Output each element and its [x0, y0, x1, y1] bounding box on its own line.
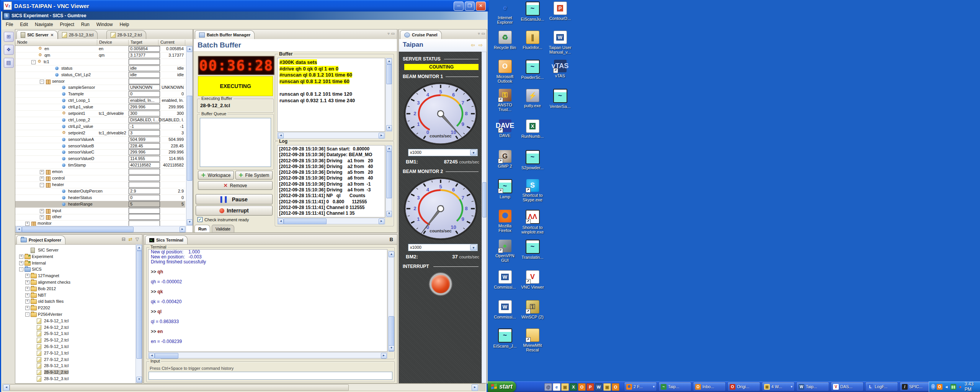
terminal-toolbar-b-button[interactable]: B — [390, 237, 393, 242]
expand-icon[interactable]: + — [25, 222, 29, 226]
tree-row-heaterOutpPercent[interactable]: heaterOutpPercent2.92.9 — [15, 188, 185, 195]
node-target-cell[interactable]: -1 — [129, 124, 160, 129]
remove-button[interactable]: ✕Remove — [198, 181, 273, 190]
buffer-content[interactable]: #300K data sets#drive qh 0 qk 0 ql 1 en … — [277, 58, 385, 132]
chevron-down-icon[interactable]: ▼ — [470, 245, 477, 250]
tree-row-emon[interactable]: +emon — [15, 168, 185, 175]
add-workspace-button[interactable]: ✛Workspace — [198, 171, 234, 180]
check-instrument-row[interactable]: ✓ Check instrument ready — [198, 217, 249, 222]
chevron-down-icon[interactable]: ▼ — [470, 150, 477, 155]
expand-icon[interactable]: + — [25, 274, 29, 278]
menu-edit[interactable]: Edit — [16, 22, 31, 27]
node-target-cell[interactable]: UNKNOWN — [129, 85, 160, 90]
tree-row-setpoint2[interactable]: ⚙setpoint2tc1_driveable233 — [15, 130, 185, 137]
menu-window[interactable]: Window — [93, 22, 116, 27]
tray-volume-icon[interactable]: ◄ — [944, 384, 949, 390]
project-item-Experiment[interactable]: +PExperiment — [16, 253, 131, 260]
tab-sics-terminal[interactable]: >_ Sics Terminal — [145, 235, 188, 244]
tree-row-tc1[interactable]: -⚙tc1 — [15, 59, 185, 65]
tab-project-explorer[interactable]: Project Explorer — [16, 235, 65, 244]
menu-help[interactable]: Help — [116, 22, 132, 27]
menu-file[interactable]: File — [2, 22, 16, 27]
task-button-2-f--0[interactable]: 2 F...▾ — [624, 382, 657, 391]
node-target-cell[interactable]: idle — [129, 72, 160, 78]
desktop-icon-mviewmfit-rescal[interactable]: ↗MviewMfit Rescal — [519, 328, 546, 352]
pause-button[interactable]: ▍▍Pause — [196, 194, 273, 204]
desktop-icon-commissi-[interactable]: Commissi... — [492, 270, 518, 289]
project-item-SICS[interactable]: -SICS — [16, 266, 131, 273]
column-header-target[interactable]: Target — [129, 40, 158, 45]
open-perspective-icon[interactable]: ⊞ — [4, 32, 14, 42]
perspective-sics-icon[interactable]: ❖ — [4, 45, 14, 55]
log-hscrollbar[interactable]: ◄► — [277, 218, 385, 224]
node-target-cell[interactable]: 299.996 — [129, 149, 160, 155]
desktop-icon-taipan-user-manual-v-[interactable]: Taipan User Manual_v... — [547, 31, 573, 54]
project-item-27-9-12-1-tcl[interactable]: 27-9-12_1.tcl — [16, 350, 131, 356]
project-item-24-9-12-1-tcl[interactable]: 24-9-12_1.tcl — [16, 318, 131, 324]
tree-row-ctrlLp2_value[interactable]: ctrlLp2_value-1-1 — [15, 123, 185, 130]
expand-icon[interactable]: + — [19, 255, 23, 259]
tree-row-heater[interactable]: -heater — [15, 181, 185, 188]
desktop-icon-putty-exe[interactable]: ⚡putty.exe — [519, 89, 546, 108]
node-target-cell[interactable]: 3.17377 — [129, 52, 160, 58]
tree-horizontal-scrollbar[interactable]: ◄► — [15, 226, 186, 232]
node-target-cell[interactable] — [129, 59, 160, 65]
tree-row-ctrl_Loop_2[interactable]: ctrl_Loop_2DISABLED, I...DISABLED, I. — [15, 117, 185, 124]
tray-network-icon[interactable]: ▮▮ — [951, 384, 956, 390]
view-buttons[interactable]: ▿▭ — [388, 31, 395, 36]
expand-icon[interactable]: + — [25, 299, 29, 304]
link-editor-icon[interactable]: ⇄ — [129, 237, 132, 242]
expand-icon[interactable]: + — [25, 306, 29, 310]
vnc-horizontal-scrollbar[interactable]: ◄ ► — [2, 384, 485, 391]
project-item-28-9-12-3-tcl[interactable]: 28-9-12_3.tcl — [16, 376, 131, 382]
node-target-cell[interactable]: 0.005854 — [129, 46, 160, 52]
tree-row-qm[interactable]: ⚙qmqm3.173773.17377 — [15, 52, 185, 59]
log-vscrollbar[interactable]: ▲▼ — [385, 145, 392, 217]
desktop-icon-lamp[interactable]: ~↗Lamp — [492, 179, 518, 199]
desktop-icon-dave[interactable]: DAVE↗DAVE — [492, 119, 518, 138]
project-item-12Tmagnet[interactable]: +12Tmagnet — [16, 273, 131, 279]
tree-row-monitor[interactable]: +monitor — [15, 220, 185, 226]
node-target-cell[interactable]: 3 — [129, 130, 160, 136]
command-input[interactable] — [149, 372, 392, 380]
column-header-device[interactable]: Device — [97, 40, 129, 45]
node-target-cell[interactable]: 0 — [129, 91, 160, 97]
task-button-taip--5[interactable]: WTaip... — [796, 382, 829, 391]
expand-icon[interactable]: + — [25, 287, 29, 291]
desktop-icon-runnumb-[interactable]: RunNumb... — [519, 119, 546, 139]
project-item-24-9-12-2-tcl[interactable]: 24-9-12_2.tcl — [16, 324, 131, 331]
task-button-spic--8[interactable]: /SPIC... — [900, 382, 933, 391]
close-button[interactable]: ✕ — [476, 2, 486, 11]
add-filesystem-button[interactable]: ✛File System — [235, 171, 273, 180]
desktop-icon-powdersc-[interactable]: ~PowderSc... — [519, 60, 546, 80]
desktop-icon-gimp-2[interactable]: G↗GIMP 2 — [492, 150, 518, 168]
project-item-P2202[interactable]: +P2202 — [16, 305, 131, 311]
tab-batch-buffer-manager[interactable]: Batch Buffer Manager — [195, 30, 255, 39]
quick-launch-excel[interactable]: X — [570, 383, 577, 391]
hide-icons-chevron[interactable]: ‹ — [931, 384, 935, 390]
vnc-title-bar[interactable]: V2 DAS1-TAIPAN - VNC Viewer ─ ❐ ✕ — [1, 0, 489, 11]
cruise-view-buttons[interactable]: ▿▭ — [478, 31, 485, 36]
node-target-cell[interactable] — [129, 220, 160, 226]
node-target-cell[interactable]: idle — [129, 65, 160, 71]
close-tab-icon[interactable]: ✕ — [51, 33, 54, 37]
project-item-28-9-12-2-tcl[interactable]: 28-9-12_2.tcl — [16, 369, 131, 376]
node-target-cell[interactable]: 504.999 — [129, 137, 160, 142]
buffer-hscrollbar[interactable]: ◄► — [277, 132, 385, 139]
tab-cruise-panel[interactable]: Cruise Panel — [400, 30, 442, 39]
collapse-all-icon[interactable]: ⊟ — [122, 237, 126, 242]
tray-alert-icon[interactable]: ● — [957, 384, 963, 390]
tree-row-control[interactable]: +control — [15, 175, 185, 182]
project-item-SIC-Server[interactable]: SIC Server — [16, 247, 131, 253]
node-target-cell[interactable]: 402118582 — [129, 162, 160, 168]
collapse-icon[interactable]: - — [19, 267, 23, 271]
project-item-Internal[interactable]: +PInternal — [16, 260, 131, 266]
node-target-cell[interactable]: 228.45 — [129, 143, 160, 149]
quick-launch-powerpoint[interactable]: P — [586, 383, 594, 391]
task-button-das--6[interactable]: VDAS... — [831, 382, 864, 391]
desktop-icon-openvpn-gui[interactable]: ●↗OpenVPN GUI — [492, 240, 518, 263]
tree-row-ctrlLp1_value[interactable]: ctrlLp1_value299.996299.996 — [15, 104, 185, 111]
desktop-icon-vnc-viewer[interactable]: V↗VNC Viewer — [519, 270, 546, 289]
quick-launch-app-swirl[interactable]: @ — [544, 383, 552, 391]
desktop-icon-eiscans-j-[interactable]: ~EiScans_J... — [492, 328, 518, 348]
